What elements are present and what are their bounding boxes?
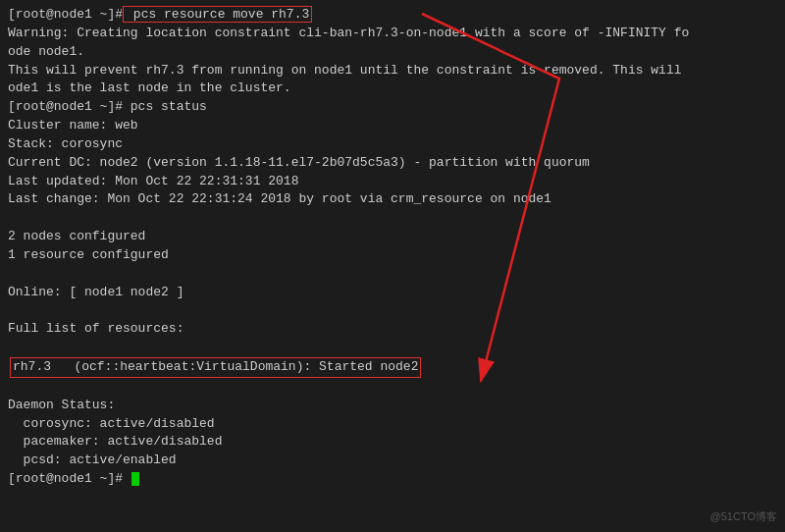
line-13: 2 nodes configured — [8, 228, 777, 246]
line-21-blank — [8, 378, 777, 397]
line-18: Full list of resources: — [8, 320, 777, 339]
resource-box: rh7.3 (ocf::heartbeat:VirtualDomain): St… — [10, 357, 421, 378]
line-3: ode node1. — [8, 43, 777, 62]
line-11: Last change: Mon Oct 22 22:31:24 2018 by… — [8, 190, 777, 209]
line-17-blank — [8, 302, 777, 321]
line-2: Warning: Creating location constraint cl… — [8, 25, 777, 43]
prompt-1: [root@node1 ~]# — [8, 7, 123, 22]
command-box-1: pcs resource move rh7.3 — [123, 6, 312, 23]
line-4: This will prevent rh7.3 from running on … — [8, 62, 777, 80]
line-15-blank — [8, 265, 777, 284]
terminal-cursor — [131, 472, 139, 486]
line-23: corosync: active/disabled — [8, 415, 777, 434]
line-6: [root@node1 ~]# pcs status — [8, 98, 777, 117]
line-5: ode1 is the last node in the cluster. — [8, 80, 777, 98]
line-26: [root@node1 ~]# — [8, 470, 777, 489]
line-19-blank — [8, 339, 777, 357]
line-25: pcsd: active/enabled — [8, 452, 777, 470]
terminal-window: [root@node1 ~]# pcs resource move rh7.3 … — [0, 0, 785, 532]
line-24: pacemaker: active/disabled — [8, 433, 777, 452]
line-22: Daemon Status: — [8, 397, 777, 415]
line-12-blank — [8, 209, 777, 228]
line-14: 1 resource configured — [8, 246, 777, 265]
line-20: rh7.3 (ocf::heartbeat:VirtualDomain): St… — [8, 357, 777, 378]
line-7: Cluster name: web — [8, 117, 777, 135]
line-8: Stack: corosync — [8, 135, 777, 154]
line-10: Last updated: Mon Oct 22 22:31:31 2018 — [8, 173, 777, 191]
line-9: Current DC: node2 (version 1.1.18-11.el7… — [8, 154, 777, 173]
watermark: @51CTO博客 — [710, 509, 777, 524]
line-16: Online: [ node1 node2 ] — [8, 284, 777, 302]
line-1: [root@node1 ~]# pcs resource move rh7.3 — [8, 6, 777, 25]
